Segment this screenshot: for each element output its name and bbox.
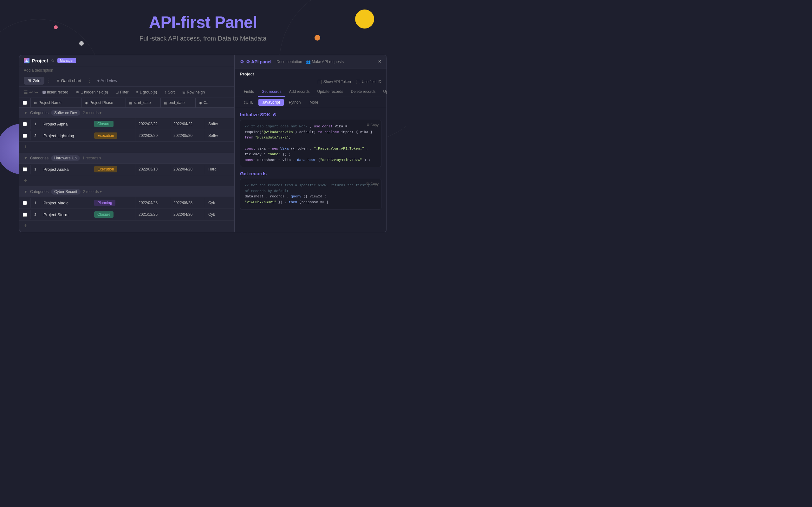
undo-icon[interactable]: ↩	[29, 90, 33, 95]
cat-icon: ◉	[199, 101, 202, 105]
get-records-title: Get records	[240, 171, 382, 176]
tab-upload-attachments[interactable]: Upload attachmen	[379, 87, 387, 97]
api-tabs: Fields Get records Add records Update re…	[235, 86, 387, 97]
subtab-curl[interactable]: cURL	[240, 99, 257, 106]
row-end-date: 2022/04/30	[170, 210, 205, 219]
row-num: 2	[31, 210, 40, 219]
redo-icon[interactable]: ↪	[34, 90, 38, 95]
phase-badge: Planning	[94, 200, 115, 206]
use-field-id-option[interactable]: Use field ID	[356, 79, 382, 84]
tab-fields[interactable]: Fields	[240, 87, 258, 97]
view-tabs: ⊞ Grid ⋮ ≡ Gantt chart ⋮ + Add view	[19, 75, 234, 87]
show-api-token-option[interactable]: Show API Token	[318, 79, 351, 84]
use-field-id-checkbox[interactable]	[356, 80, 360, 84]
add-view-button[interactable]: + Add view	[94, 77, 120, 84]
col-header-project-phase: ◉ Project Phase	[82, 98, 126, 107]
gantt-icon: ≡	[57, 78, 60, 83]
add-row-1[interactable]: +	[19, 142, 234, 153]
group-label-2: Categories	[30, 156, 49, 160]
col-header-end-date: ▦ end_date	[161, 98, 196, 107]
row-project-name: Project Storm	[40, 210, 91, 220]
make-api-link[interactable]: 👥 Make API requests	[306, 60, 344, 64]
filter-icon: ⊿	[116, 90, 119, 95]
tab-delete-records[interactable]: Delete records	[347, 87, 379, 97]
group-arrow-1[interactable]: ▼	[24, 111, 28, 115]
subtab-javascript[interactable]: JavaScript	[258, 99, 284, 106]
group-cyber-security: ▼ Categories Cyber Securit 2 records ▾	[19, 187, 234, 197]
sort-button[interactable]: ↕ Sort	[161, 89, 178, 96]
add-row-2[interactable]: +	[19, 175, 234, 187]
row-project-name: Project Alpha	[40, 119, 91, 129]
row-phase: Planning	[91, 197, 135, 209]
row-checkbox[interactable]	[19, 165, 31, 174]
col-header-start-date: ▦ start_date	[126, 98, 161, 107]
add-description[interactable]: Add a description	[24, 68, 53, 72]
actions-bar: ☰ ↩ ↪ Insert record 👁 1 hidden field(s) …	[19, 87, 234, 98]
page-title: API-first Panel	[0, 13, 406, 32]
row-phase: Closure	[91, 118, 135, 130]
row-start-date: 2021/12/25	[135, 210, 170, 219]
row-checkbox[interactable]	[19, 119, 31, 129]
star-icon[interactable]: ☆	[51, 58, 55, 63]
copy-init-button[interactable]: ⧉ Copy	[367, 123, 378, 127]
row-project-name: Project Lightning	[40, 131, 91, 141]
row-checkbox[interactable]	[19, 131, 31, 140]
initialize-sdk-title: Initialize SDK ⊙	[240, 112, 382, 117]
row-end-date: 2022/06/28	[170, 198, 205, 208]
checkbox-header[interactable]	[19, 98, 31, 107]
tab-get-records[interactable]: Get records	[258, 87, 285, 97]
row-end-date: 2022/04/22	[170, 119, 205, 129]
subtab-python[interactable]: Python	[285, 99, 304, 106]
row-project-name: Project Magic	[40, 198, 91, 208]
row-checkbox[interactable]	[19, 199, 31, 208]
tab-gantt[interactable]: ≡ Gantt chart	[53, 77, 85, 84]
hidden-fields-button[interactable]: 👁 1 hidden field(s)	[72, 89, 111, 96]
row-height-icon: ⊟	[182, 90, 186, 95]
select-all-checkbox[interactable]	[23, 101, 27, 105]
row-height-button[interactable]: ⊟ Row heigh	[179, 89, 208, 96]
show-api-token-checkbox[interactable]	[318, 80, 322, 84]
group-label-1: Categories	[30, 111, 49, 115]
group-count-2: 1 records ▾	[83, 156, 101, 160]
row-checkbox[interactable]	[19, 210, 31, 219]
table-row: 1 Project Alpha Closure 2022/02/22 2022/…	[19, 118, 234, 130]
group-tag-hardware-up: Hardware Up	[51, 155, 80, 161]
tab-add-records[interactable]: Add records	[285, 87, 314, 97]
row-cat: Softw	[205, 119, 234, 129]
group-label-3: Categories	[30, 189, 49, 194]
tab-grid[interactable]: ⊞ Grid	[24, 77, 44, 84]
tab-update-records[interactable]: Update records	[313, 87, 347, 97]
row-num: 2	[31, 131, 40, 140]
add-row-3[interactable]: +	[19, 221, 234, 232]
group-software-dev: ▼ Categories Software Dev 2 records ▾	[19, 108, 234, 118]
close-button[interactable]: ×	[378, 58, 382, 65]
grid-icon: ⊞	[28, 78, 31, 83]
title-plain: API-first	[149, 13, 210, 32]
documentation-link[interactable]: Documentation	[276, 60, 302, 64]
row-start-date: 2022/03/20	[135, 131, 170, 140]
group-count-3: 2 records ▾	[83, 189, 102, 194]
project-title: Project	[32, 58, 48, 63]
row-num: 1	[31, 199, 40, 207]
undo-redo: ↩ ↪	[29, 90, 38, 95]
page-subtitle: Full-stack API access, from Data to Meta…	[0, 35, 406, 42]
table-row: 2 Project Lightning Execution 2022/03/20…	[19, 130, 234, 142]
subtab-more[interactable]: More	[306, 99, 322, 106]
phase-badge: Execution	[94, 132, 117, 139]
row-start-date: 2022/02/22	[135, 119, 170, 129]
menu-icon: ☰	[24, 90, 28, 95]
api-panel-header: ⚙ ⚙ API panel Documentation 👥 Make API r…	[235, 55, 387, 68]
row-end-date: 2022/04/28	[170, 164, 205, 174]
insert-record-button[interactable]: Insert record	[39, 89, 71, 96]
group-arrow-3[interactable]: ▼	[24, 189, 28, 194]
title-accent: Panel	[214, 13, 257, 32]
table-row: 1 Project Asuka Execution 2022/03/18 202…	[19, 164, 234, 175]
filter-button[interactable]: ⊿ Filter	[112, 89, 132, 96]
group-arrow-2[interactable]: ▼	[24, 156, 28, 160]
manager-badge: Manager	[57, 58, 76, 63]
row-phase: Closure	[91, 209, 135, 220]
group-button[interactable]: ≡ 1 group(s)	[133, 89, 160, 96]
project-header: Project ☆ Manager	[19, 55, 234, 66]
api-panel: ⚙ ⚙ API panel Documentation 👥 Make API r…	[235, 55, 387, 232]
copy-get-records-button[interactable]: ⧉ Copy	[366, 181, 378, 186]
